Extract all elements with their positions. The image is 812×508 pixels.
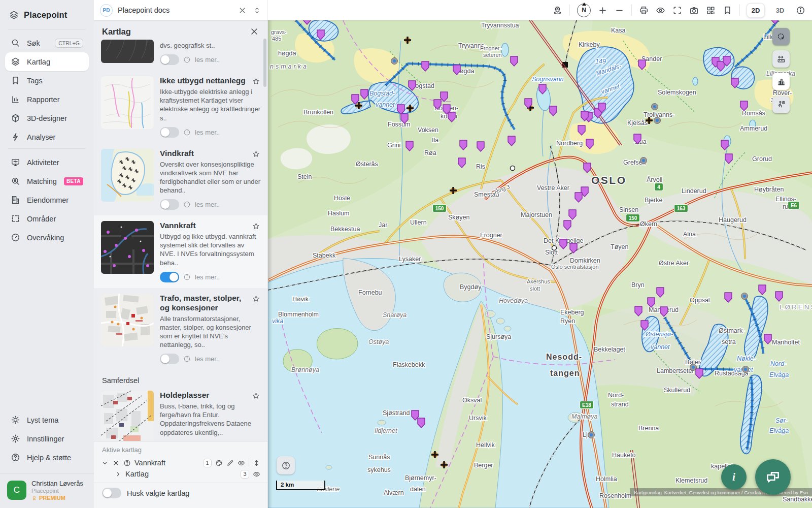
map-label: Klemetsrud [675,477,707,484]
info-button[interactable]: i [721,464,747,490]
user-profile[interactable]: C Christian Løverås Placepoint PREMIUM [0,473,94,508]
scrollbar[interactable] [263,23,266,438]
sidebar-item-rapporter[interactable]: Rapporter [5,90,89,109]
eye-icon[interactable] [238,459,245,467]
palette-icon[interactable] [215,459,223,467]
screenshot-button[interactable] [689,6,699,15]
edit-icon[interactable] [226,459,234,467]
help-button[interactable] [277,456,295,474]
map-canvas[interactable]: OSLONesodd-tangenTryvannsstuaTryvanns-hø… [268,20,812,508]
travel-time-button[interactable] [772,96,790,113]
map-label: setra [722,338,736,345]
read-more-link[interactable]: les mer.. [195,355,220,363]
qr-code-button[interactable] [706,6,716,15]
map-render[interactable]: OSLONesodd-tangenTryvannsstuaTryvanns-hø… [268,20,812,508]
select-tool-button[interactable] [772,28,790,45]
layer-card-vannkraft[interactable]: VannkraftUtbygd og ikke utbygd. vannkraf… [94,215,267,288]
sidebar-item-omrader[interactable]: Områder [5,209,89,228]
unfold-icon[interactable] [253,6,261,15]
map-label: Berger [474,462,493,469]
layer-toggle[interactable] [160,127,179,138]
mode-3d-button[interactable]: 3D [771,4,789,17]
star-icon[interactable] [252,222,260,231]
sidebar-item-label: Tags [27,77,43,85]
read-more-link[interactable]: les mer.. [195,129,220,136]
layer-thumbnail [101,40,154,63]
my-location-button[interactable] [553,6,562,15]
map-label: Brunkollen [303,109,333,116]
sidebar-item-lyst-tema[interactable]: Lyst tema [5,410,89,429]
sidebar-item-sok[interactable]: SøkCTRL+G [5,34,89,52]
app-logo[interactable]: Placepoint [0,0,94,27]
zoom-out-button[interactable] [615,6,624,15]
reorder-icon[interactable] [253,459,260,467]
measure-tool-button[interactable] [772,50,790,68]
map-label: Nesodd- [546,353,582,361]
star-icon[interactable] [252,150,260,158]
fullscreen-button[interactable] [672,6,682,15]
visibility-button[interactable] [656,6,665,15]
monitor-icon [11,157,20,167]
read-more-link[interactable]: les mer.. [195,201,220,208]
measurement-station [588,432,595,438]
chart-tool-button[interactable] [772,73,790,90]
map-label: Lambertseter [657,367,694,374]
sidebar-item-analyser[interactable]: Analyser [5,128,89,146]
close-icon[interactable] [249,26,259,37]
divider [739,5,740,16]
zoom-in-button[interactable] [598,6,607,15]
chevron-right-icon[interactable] [114,470,122,478]
layer-toggle[interactable] [160,199,179,210]
active-layer-row-kartlag[interactable]: Kartlag3 [94,468,267,480]
clear-search-icon[interactable] [238,6,247,15]
layer-thumbnail [101,221,154,274]
print-button[interactable] [639,6,649,15]
search-bar[interactable]: PD Placepoint docs [94,0,268,20]
compass-button[interactable]: N [577,4,591,17]
layer-card-trafo[interactable]: Trafo, master, stolper, og konsesjonerAl… [94,288,267,370]
layer-toggle[interactable] [160,272,179,282]
active-layer-row-vannkraft[interactable]: Vannkraft1 [94,457,267,468]
remember-layers-toggle[interactable] [102,488,121,498]
layer-card-holdeplasser[interactable]: HoldeplasserBuss, t-bane, trikk, tog og … [94,385,267,441]
star-icon[interactable] [252,295,260,303]
sidebar-item-overvaking[interactable]: Overvåking [5,228,89,247]
chat-button[interactable] [755,459,791,495]
svg-text:150: 150 [435,206,444,211]
svg-text:150: 150 [629,215,637,221]
sidebar-item-matching[interactable]: MatchingBETA [5,172,89,190]
sidebar-item-innstillinger[interactable]: Innstillinger [5,429,89,448]
layer-card-vindkraft[interactable]: VindkraftOversikt over konsesjonspliktig… [94,143,267,216]
map-label: Haslum [328,210,349,217]
chevron-down-icon[interactable] [101,459,109,467]
sidebar-item-label: 3D-designer [27,114,67,122]
sidebar-item-kartlag[interactable]: Kartlag [5,52,89,71]
tag-icon [11,76,20,85]
sidebar-item-tags[interactable]: Tags [5,71,89,90]
map-label: vannet [376,101,395,108]
star-icon[interactable] [252,77,260,86]
mode-2d-button[interactable]: 2D [747,4,764,17]
bookmark-button[interactable] [723,6,732,15]
eye-icon[interactable] [253,470,260,478]
remove-layer-icon[interactable] [112,459,120,467]
read-more-link[interactable]: les mer.. [195,56,220,64]
map-label: vika [272,318,283,325]
star-icon[interactable] [252,392,260,400]
sidebar-item-aktiviteter[interactable]: Aktiviteter [5,153,89,172]
layer-card[interactable]: dvs. geografisk st..les mer.. [94,40,267,71]
layer-toggle[interactable] [160,354,179,364]
search-input[interactable]: Placepoint docs [118,6,170,14]
info-button-toolbar[interactable] [796,6,805,15]
divider [569,5,570,16]
layer-card-ikke-utbygd-nettanlegg[interactable]: Ikke utbygd nettanleggIkke-utbygde elekt… [94,71,267,143]
read-more-link[interactable]: les mer.. [195,273,220,281]
sidebar-item-3d-designer[interactable]: 3D-designer [5,109,89,128]
layer-toggle[interactable] [160,54,179,65]
sidebar-item-eiendommer[interactable]: Eiendommer [5,190,89,209]
map-label: Årvoll [647,176,662,183]
sidebar-item-label: Eiendommer [27,196,69,204]
section-label: Samferdsel [94,370,267,385]
map-label: Sjursøya [486,333,511,340]
sidebar-item-hjelp-stotte[interactable]: Hjelp & støtte [5,448,89,467]
